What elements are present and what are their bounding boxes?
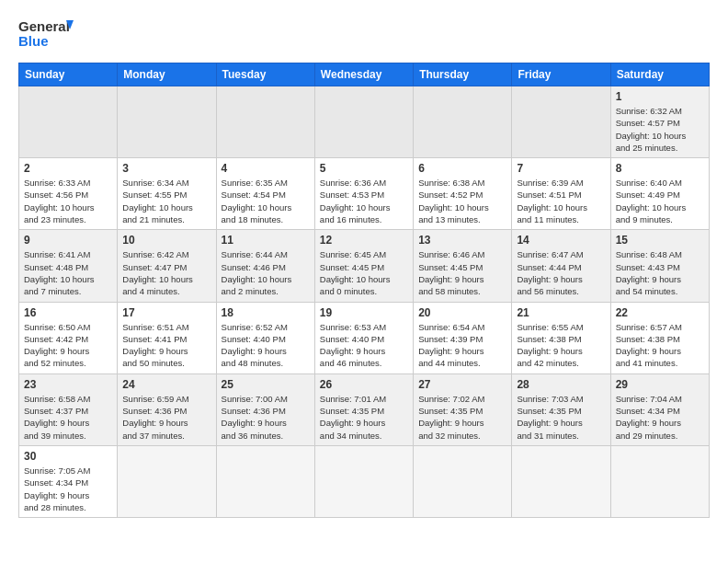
day-number: 16 (24, 306, 112, 319)
day-number: 8 (616, 162, 704, 175)
day-info: Sunrise: 7:02 AM Sunset: 4:35 PM Dayligh… (418, 393, 506, 442)
day-number: 24 (122, 378, 210, 391)
day-number: 20 (418, 306, 506, 319)
day-number: 14 (517, 234, 605, 247)
day-info: Sunrise: 6:50 AM Sunset: 4:42 PM Dayligh… (24, 321, 112, 370)
day-number: 19 (320, 306, 408, 319)
calendar-week-2: 2Sunrise: 6:33 AM Sunset: 4:56 PM Daylig… (19, 158, 710, 230)
day-number: 29 (616, 378, 704, 391)
calendar-week-5: 23Sunrise: 6:58 AM Sunset: 4:37 PM Dayli… (19, 373, 710, 445)
calendar-cell: 17Sunrise: 6:51 AM Sunset: 4:41 PM Dayli… (118, 302, 216, 373)
calendar-page: General Blue SundayMondayTuesdayWednesda… (0, 0, 728, 563)
day-number: 23 (24, 378, 112, 391)
calendar-cell: 7Sunrise: 6:39 AM Sunset: 4:51 PM Daylig… (512, 158, 610, 230)
calendar-week-1: 1Sunrise: 6:32 AM Sunset: 4:57 PM Daylig… (19, 86, 710, 158)
calendar-cell (118, 445, 216, 517)
calendar-cell (314, 445, 413, 517)
calendar-cell: 4Sunrise: 6:35 AM Sunset: 4:54 PM Daylig… (216, 158, 314, 230)
day-number: 26 (320, 378, 408, 391)
calendar-cell: 20Sunrise: 6:54 AM Sunset: 4:39 PM Dayli… (414, 302, 512, 373)
day-info: Sunrise: 6:58 AM Sunset: 4:37 PM Dayligh… (24, 393, 112, 442)
day-number: 22 (616, 306, 704, 319)
day-number: 1 (616, 90, 704, 103)
weekday-header-sunday: Sunday (19, 63, 118, 86)
day-number: 21 (517, 306, 605, 319)
day-number: 17 (122, 306, 210, 319)
day-number: 3 (122, 162, 210, 175)
calendar-header: SundayMondayTuesdayWednesdayThursdayFrid… (19, 63, 710, 86)
weekday-header-tuesday: Tuesday (216, 63, 314, 86)
logo-svg: General Blue (18, 15, 74, 53)
day-info: Sunrise: 6:46 AM Sunset: 4:45 PM Dayligh… (418, 248, 506, 297)
weekday-header-thursday: Thursday (414, 63, 512, 86)
calendar-cell: 2Sunrise: 6:33 AM Sunset: 4:56 PM Daylig… (19, 158, 118, 230)
day-info: Sunrise: 6:33 AM Sunset: 4:56 PM Dayligh… (24, 177, 112, 225)
day-number: 4 (222, 162, 310, 175)
calendar-cell: 29Sunrise: 7:04 AM Sunset: 4:34 PM Dayli… (610, 373, 709, 445)
day-info: Sunrise: 6:48 AM Sunset: 4:43 PM Dayligh… (616, 248, 704, 297)
page-header: General Blue (18, 15, 710, 53)
svg-text:Blue: Blue (18, 33, 49, 49)
day-info: Sunrise: 6:38 AM Sunset: 4:52 PM Dayligh… (418, 177, 506, 225)
calendar-cell (512, 86, 610, 158)
calendar-cell: 8Sunrise: 6:40 AM Sunset: 4:49 PM Daylig… (610, 158, 709, 230)
logo: General Blue (18, 15, 74, 53)
calendar-cell: 11Sunrise: 6:44 AM Sunset: 4:46 PM Dayli… (216, 230, 314, 302)
calendar-cell: 19Sunrise: 6:53 AM Sunset: 4:40 PM Dayli… (314, 302, 413, 373)
day-number: 15 (616, 234, 704, 247)
calendar-cell: 21Sunrise: 6:55 AM Sunset: 4:38 PM Dayli… (512, 302, 610, 373)
day-info: Sunrise: 6:55 AM Sunset: 4:38 PM Dayligh… (517, 321, 605, 370)
day-info: Sunrise: 6:36 AM Sunset: 4:53 PM Dayligh… (320, 177, 408, 225)
calendar-cell (19, 86, 118, 158)
calendar-table: SundayMondayTuesdayWednesdayThursdayFrid… (18, 63, 710, 518)
calendar-cell (414, 445, 512, 517)
day-info: Sunrise: 7:00 AM Sunset: 4:36 PM Dayligh… (222, 393, 310, 442)
calendar-cell: 10Sunrise: 6:42 AM Sunset: 4:47 PM Dayli… (118, 230, 216, 302)
day-number: 6 (418, 162, 506, 175)
day-info: Sunrise: 6:44 AM Sunset: 4:46 PM Dayligh… (222, 248, 310, 297)
day-info: Sunrise: 6:32 AM Sunset: 4:57 PM Dayligh… (616, 105, 704, 154)
day-info: Sunrise: 7:05 AM Sunset: 4:34 PM Dayligh… (24, 465, 112, 513)
calendar-cell: 9Sunrise: 6:41 AM Sunset: 4:48 PM Daylig… (19, 230, 118, 302)
day-info: Sunrise: 7:04 AM Sunset: 4:34 PM Dayligh… (616, 393, 704, 442)
calendar-cell (118, 86, 216, 158)
calendar-cell: 15Sunrise: 6:48 AM Sunset: 4:43 PM Dayli… (610, 230, 709, 302)
day-info: Sunrise: 7:01 AM Sunset: 4:35 PM Dayligh… (320, 393, 408, 442)
calendar-cell (314, 86, 413, 158)
day-number: 2 (24, 162, 112, 175)
calendar-cell: 22Sunrise: 6:57 AM Sunset: 4:38 PM Dayli… (610, 302, 709, 373)
day-info: Sunrise: 6:35 AM Sunset: 4:54 PM Dayligh… (222, 177, 310, 225)
day-info: Sunrise: 6:34 AM Sunset: 4:55 PM Dayligh… (122, 177, 210, 225)
calendar-cell: 26Sunrise: 7:01 AM Sunset: 4:35 PM Dayli… (314, 373, 413, 445)
day-number: 7 (517, 162, 605, 175)
calendar-cell: 30Sunrise: 7:05 AM Sunset: 4:34 PM Dayli… (19, 445, 118, 517)
day-number: 9 (24, 234, 112, 247)
day-info: Sunrise: 6:41 AM Sunset: 4:48 PM Dayligh… (24, 248, 112, 297)
calendar-cell: 13Sunrise: 6:46 AM Sunset: 4:45 PM Dayli… (414, 230, 512, 302)
day-info: Sunrise: 6:47 AM Sunset: 4:44 PM Dayligh… (517, 248, 605, 297)
calendar-week-3: 9Sunrise: 6:41 AM Sunset: 4:48 PM Daylig… (19, 230, 710, 302)
day-info: Sunrise: 6:42 AM Sunset: 4:47 PM Dayligh… (122, 248, 210, 297)
weekday-header-friday: Friday (512, 63, 610, 86)
day-number: 11 (222, 234, 310, 247)
calendar-cell: 3Sunrise: 6:34 AM Sunset: 4:55 PM Daylig… (118, 158, 216, 230)
day-info: Sunrise: 7:03 AM Sunset: 4:35 PM Dayligh… (517, 393, 605, 442)
calendar-cell: 14Sunrise: 6:47 AM Sunset: 4:44 PM Dayli… (512, 230, 610, 302)
calendar-cell: 25Sunrise: 7:00 AM Sunset: 4:36 PM Dayli… (216, 373, 314, 445)
day-info: Sunrise: 6:57 AM Sunset: 4:38 PM Dayligh… (616, 321, 704, 370)
calendar-cell: 23Sunrise: 6:58 AM Sunset: 4:37 PM Dayli… (19, 373, 118, 445)
calendar-cell: 18Sunrise: 6:52 AM Sunset: 4:40 PM Dayli… (216, 302, 314, 373)
day-number: 28 (517, 378, 605, 391)
calendar-cell: 5Sunrise: 6:36 AM Sunset: 4:53 PM Daylig… (314, 158, 413, 230)
weekday-header-monday: Monday (118, 63, 216, 86)
calendar-cell (414, 86, 512, 158)
calendar-cell: 16Sunrise: 6:50 AM Sunset: 4:42 PM Dayli… (19, 302, 118, 373)
day-info: Sunrise: 6:51 AM Sunset: 4:41 PM Dayligh… (122, 321, 210, 370)
day-number: 12 (320, 234, 408, 247)
day-info: Sunrise: 6:52 AM Sunset: 4:40 PM Dayligh… (222, 321, 310, 370)
calendar-cell: 12Sunrise: 6:45 AM Sunset: 4:45 PM Dayli… (314, 230, 413, 302)
day-number: 18 (222, 306, 310, 319)
weekday-header-saturday: Saturday (610, 63, 709, 86)
calendar-week-6: 30Sunrise: 7:05 AM Sunset: 4:34 PM Dayli… (19, 445, 710, 517)
calendar-cell (610, 445, 709, 517)
